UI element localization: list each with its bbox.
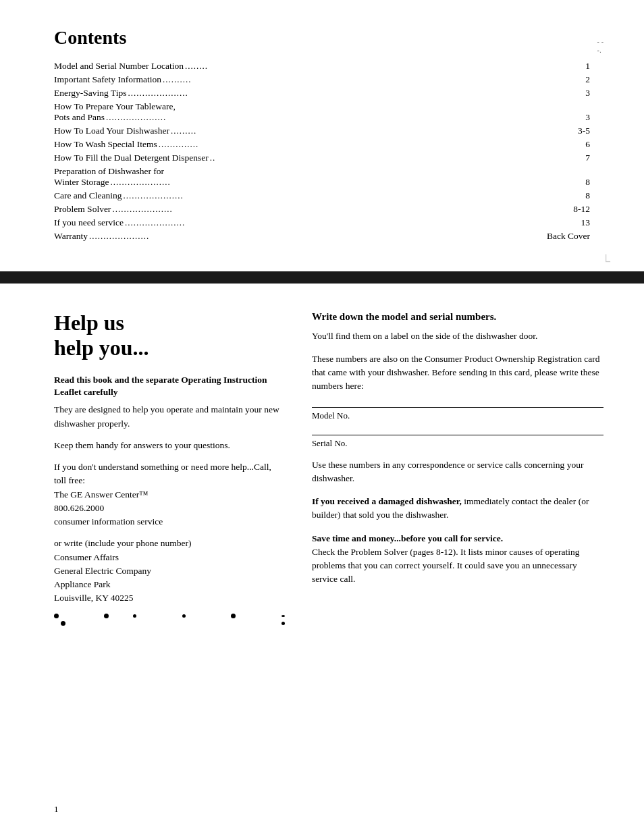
help-left-column: Help us help you... Read this book and t… [54,311,285,626]
toc-item-10: Problem Solver ..................... 8-1… [54,204,590,215]
bullet-dot-4 [61,621,65,626]
toc-item-8b: Winter Storage ..................... 8 [54,177,590,188]
bullet-row-2 [54,621,285,626]
tiny-dot [281,615,285,617]
toc-item-1: Model and Serial Number Location .......… [54,61,590,72]
bullet-dot-2 [104,614,109,618]
toc-item-3: Energy-Saving Tips .....................… [54,88,590,99]
help-para-4: or write (include your phone number) Con… [54,537,285,605]
right-para-1: You'll find them on a label on the side … [312,329,603,343]
right-save-text: Save time and money...before you call fo… [312,532,603,587]
bullet-dot-3 [231,614,236,618]
toc-item-4a: How To Prepare Your Tableware, [54,101,590,112]
toc-item-7: How To Fill the Dual Detergent Dispenser… [54,153,590,163]
toc-item-4b: Pots and Pans ..................... 3 [54,112,590,123]
toc-item-2: Important Safety Information .......... … [54,74,590,85]
corner-marks-right: └ [601,254,610,269]
help-bold-intro: Read this book and the separate Operatin… [54,374,285,400]
toc-table: Model and Serial Number Location .......… [54,61,590,242]
small-bullet-2 [182,614,186,618]
help-title: Help us help you... [54,311,285,360]
small-dot-lone [281,622,285,625]
help-right-column: Write down the model and serial numbers.… [312,311,603,626]
right-main-heading: Write down the model and serial numbers. [312,311,603,324]
serial-field-line [312,435,603,435]
bullet-row-1 [54,614,285,618]
help-para-3: If you don't understand something or nee… [54,460,285,529]
help-para-1: They are designed to help you operate an… [54,403,285,431]
corner-marks-top: - - -. [597,37,603,55]
contents-title: Contents [54,27,590,49]
toc-item-5: How To Load Your Dishwasher ......... 3-… [54,126,590,136]
right-para-3: Use these numbers in any correspondence … [312,458,603,486]
contents-section: - - -. Contents Model and Serial Number … [0,0,644,265]
right-damaged-text: If you received a damaged dishwasher, im… [312,495,603,522]
page: - - -. Contents Model and Serial Number … [0,0,644,835]
small-bullet-1 [133,614,136,618]
bullet-dot-1 [54,614,59,618]
page-number: 1 [54,804,59,815]
model-label: Model No. [312,410,603,421]
serial-label: Serial No. [312,438,603,449]
toc-item-11: If you need service ....................… [54,217,590,228]
help-para-2: Keep them handy for answers to your ques… [54,439,285,452]
toc-item-8a: Preparation of Dishwasher for [54,166,590,177]
toc-item-12: Warranty ..................... Back Cove… [54,231,590,242]
right-para-2: These numbers are also on the Consumer P… [312,352,603,394]
divider-bar: └ [0,271,644,284]
toc-item-9: Care and Cleaning ..................... … [54,190,590,201]
model-field-line [312,407,603,408]
toc-item-6: How To Wash Special Items ..............… [54,139,590,150]
help-section: Help us help you... Read this book and t… [0,284,644,646]
